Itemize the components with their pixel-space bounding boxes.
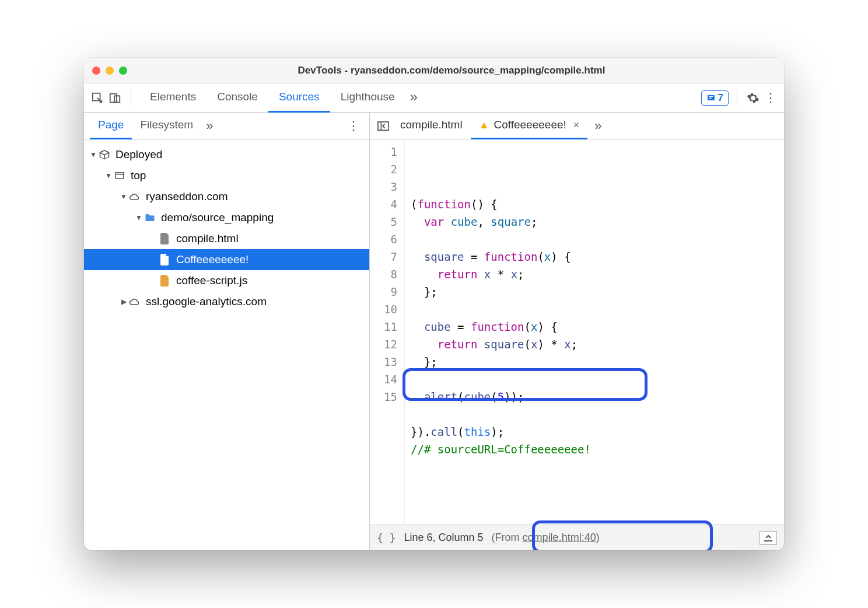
issues-count: 7 xyxy=(718,92,723,104)
traffic-lights xyxy=(92,67,127,75)
cloud-icon xyxy=(128,295,141,308)
cursor-position: Line 6, Column 5 xyxy=(404,532,484,544)
deployed-icon xyxy=(98,148,111,161)
tree-label: ssl.google-analytics.com xyxy=(146,295,267,308)
tree-file-coffee[interactable]: Coffeeeeeeee! xyxy=(84,249,369,270)
tree-node-top[interactable]: ▼ top xyxy=(84,165,369,186)
tree-file-coffeescript[interactable]: coffee-script.js xyxy=(84,270,369,291)
svg-rect-1 xyxy=(110,93,117,102)
status-bar: { } Line 6, Column 5 (From compile.html:… xyxy=(370,525,784,550)
navigator-sidebar: Page Filesystem » ⋮ ▼ Deployed ▼ xyxy=(84,113,370,550)
filetab-label: compile.html xyxy=(400,118,463,131)
filetab-coffee[interactable]: ▲ Coffeeeeeeee! × xyxy=(471,113,588,139)
close-window-button[interactable] xyxy=(92,67,100,75)
issues-badge[interactable]: 7 xyxy=(701,90,729,106)
nav-back-icon[interactable] xyxy=(374,121,392,131)
menu-icon[interactable]: ⋮ xyxy=(763,90,778,106)
from-origin[interactable]: (From compile.html:40) xyxy=(492,532,600,544)
close-tab-icon[interactable]: × xyxy=(573,119,580,131)
more-tabs-icon[interactable]: » xyxy=(405,83,422,113)
inspect-element-icon[interactable] xyxy=(90,90,105,106)
tree-label: ryanseddon.com xyxy=(146,190,228,203)
main-toolbar: Elements Console Sources Lighthouse » 7 … xyxy=(84,83,784,113)
tree-label: top xyxy=(131,169,146,182)
navigator-menu-icon[interactable]: ⋮ xyxy=(338,118,369,134)
more-filetabs-icon[interactable]: » xyxy=(587,118,608,134)
tree-label: compile.html xyxy=(176,232,239,245)
tab-lighthouse[interactable]: Lighthouse xyxy=(330,83,405,113)
tab-filesystem[interactable]: Filesystem xyxy=(132,113,201,139)
separator xyxy=(737,90,737,106)
more-navigator-tabs-icon[interactable]: » xyxy=(206,118,213,134)
tree-node-deployed[interactable]: ▼ Deployed xyxy=(84,144,369,165)
tab-elements[interactable]: Elements xyxy=(139,83,206,113)
warning-icon: ▲ xyxy=(479,119,489,131)
filetab-label: Coffeeeeeeee! xyxy=(494,118,566,131)
tree-label: coffee-script.js xyxy=(176,274,247,287)
pretty-print-icon[interactable]: { } xyxy=(377,532,396,544)
window-title: DevTools - ryanseddon.com/demo/source_ma… xyxy=(127,65,776,76)
code-editor[interactable]: 123456789101112131415 (function() { var … xyxy=(370,139,784,525)
panel-tabs: Elements Console Sources Lighthouse » xyxy=(139,83,699,113)
frame-icon xyxy=(113,169,126,182)
tree-node-folder[interactable]: ▼ demo/source_mapping xyxy=(84,207,369,228)
cloud-icon xyxy=(128,190,141,203)
minimize-window-button[interactable] xyxy=(106,67,114,75)
svg-rect-4 xyxy=(116,173,124,179)
devtools-window: DevTools - ryanseddon.com/demo/source_ma… xyxy=(84,58,784,550)
editor-area: compile.html ▲ Coffeeeeeeee! × » 1234567… xyxy=(370,113,784,550)
separator xyxy=(131,90,131,106)
tab-sources[interactable]: Sources xyxy=(268,83,330,113)
file-icon xyxy=(159,253,172,266)
tree-node-ga[interactable]: ▶ ssl.google-analytics.com xyxy=(84,291,369,312)
tab-console[interactable]: Console xyxy=(206,83,268,113)
device-toggle-icon[interactable] xyxy=(107,90,123,106)
tree-label: Coffeeeeeeee! xyxy=(176,253,249,266)
settings-icon[interactable] xyxy=(746,90,761,106)
show-drawer-icon[interactable] xyxy=(760,531,777,545)
js-file-icon xyxy=(159,274,172,287)
from-link[interactable]: compile.html:40 xyxy=(523,532,596,543)
tree-label: Deployed xyxy=(116,148,162,161)
tab-page[interactable]: Page xyxy=(90,113,132,139)
file-tabs: compile.html ▲ Coffeeeeeeee! × » xyxy=(370,113,784,139)
code-content[interactable]: (function() { var cube, square; square =… xyxy=(405,139,784,525)
line-gutter: 123456789101112131415 xyxy=(370,139,405,525)
tree-label: demo/source_mapping xyxy=(161,211,274,224)
tree-node-domain[interactable]: ▼ ryanseddon.com xyxy=(84,186,369,207)
navigator-tabs: Page Filesystem » ⋮ xyxy=(84,113,369,139)
tree-file-compile[interactable]: compile.html xyxy=(84,228,369,249)
titlebar: DevTools - ryanseddon.com/demo/source_ma… xyxy=(84,58,784,83)
folder-icon xyxy=(144,211,156,224)
file-tree: ▼ Deployed ▼ top ▼ xyxy=(84,139,369,550)
file-icon xyxy=(159,232,172,245)
zoom-window-button[interactable] xyxy=(119,67,127,75)
filetab-compile[interactable]: compile.html xyxy=(392,113,471,139)
